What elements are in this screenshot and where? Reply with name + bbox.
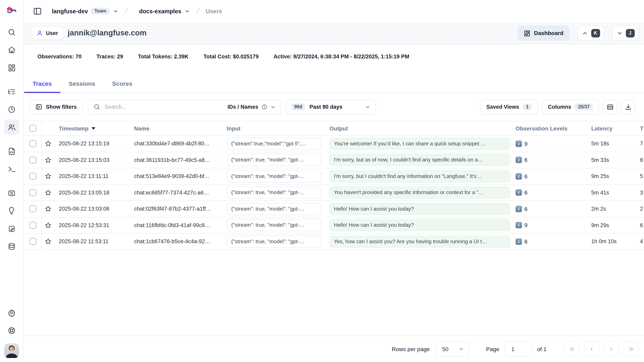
project-selector[interactable]: langfuse-dev Team [52, 8, 118, 15]
sidebar-item-support[interactable] [4, 323, 19, 338]
sidebar-item-playground[interactable] [4, 162, 19, 177]
percent-square-icon [8, 189, 16, 197]
dashboard-button[interactable]: Dashboard [518, 25, 570, 41]
select-all-checkbox[interactable] [29, 125, 36, 132]
user-header: User jannik@langfuse.com Dashboard K J [24, 22, 644, 44]
previous-page-button[interactable] [584, 341, 599, 356]
environment-selector[interactable]: docs-examples [139, 8, 190, 14]
gear-icon [8, 309, 16, 317]
page-label: Page [486, 346, 499, 352]
star-icon[interactable] [45, 222, 52, 229]
row-checkbox[interactable] [29, 189, 36, 196]
user-avatar[interactable] [4, 344, 19, 358]
home-icon [8, 46, 16, 54]
file-code-icon [8, 148, 16, 156]
stat-total-tokens: Total Tokens: 2.39K [138, 53, 188, 60]
header-timestamp[interactable]: Timestamp [54, 125, 134, 132]
header-input[interactable]: Input [227, 125, 330, 132]
sidebar-item-annotation[interactable] [4, 221, 19, 236]
row-checkbox[interactable] [29, 157, 36, 164]
project-name: langfuse-dev [52, 8, 88, 14]
observation-count: 6 [524, 206, 528, 212]
stat-traces: Traces: 29 [96, 53, 123, 60]
sidebar-toggle-icon[interactable] [32, 6, 43, 16]
first-page-button[interactable] [564, 341, 580, 356]
chevron-down-icon [365, 104, 370, 110]
star-icon[interactable] [45, 173, 52, 180]
tab-traces[interactable]: Traces [24, 80, 60, 92]
previous-item-button[interactable]: K [578, 25, 604, 41]
table-row[interactable]: 2025-08-22 13:15:03 chat:3611931b-bc77-4… [24, 152, 644, 168]
header-observation-levels[interactable]: Observation Levels [516, 125, 591, 132]
sidebar-item-insights[interactable] [4, 203, 19, 219]
show-filters-button[interactable]: Show filters [30, 99, 83, 114]
sidebar-item-settings[interactable] [4, 305, 19, 320]
filter-bar-right: Saved Views 1 Columns 25/37 [480, 99, 635, 114]
sidebar-item-sessions[interactable] [4, 102, 19, 117]
page-input[interactable] [504, 341, 532, 356]
star-icon[interactable] [45, 157, 52, 164]
star-icon[interactable] [45, 238, 52, 245]
stat-total-cost: Total Cost: $0.025179 [204, 53, 258, 60]
row-checkbox[interactable] [29, 140, 36, 147]
next-page-button[interactable] [604, 341, 619, 356]
observation-count: 6 [524, 238, 528, 245]
sidebar-item-datasets[interactable] [4, 239, 19, 254]
row-checkbox[interactable] [29, 222, 36, 229]
header-output[interactable]: Output [330, 125, 516, 132]
export-button[interactable] [621, 99, 635, 114]
sidebar-item-evaluation[interactable] [4, 186, 19, 201]
sidebar-item-tracing[interactable] [4, 84, 19, 100]
output-preview: I'm sorry, but I couldn't find any infor… [330, 170, 510, 182]
output-preview: You’re welcome! If you’d like, I can sha… [330, 138, 510, 150]
saved-views-button[interactable]: Saved Views 1 [480, 99, 538, 114]
date-range-selector[interactable]: 90d Past 90 days [286, 99, 376, 114]
table-row[interactable]: 2025-08-22 13:15:19 chat:330bd4e7-d869-4… [24, 136, 644, 152]
info-level-icon: i [516, 173, 522, 180]
name-cell: chat:1cb67476-b5ce-4c4a-92… [134, 238, 227, 244]
info-level-icon: i [516, 206, 522, 212]
chevron-down-icon [112, 8, 118, 14]
star-icon[interactable] [45, 140, 52, 147]
table-row[interactable]: 2025-08-22 13:11:11 chat:513e84e9-9039-4… [24, 168, 644, 184]
header-timestamp-label: Timestamp [59, 125, 88, 132]
info-level-icon: i [516, 157, 522, 163]
search-input[interactable] [104, 104, 224, 110]
chevrons-left-icon [569, 346, 575, 352]
download-icon [624, 103, 632, 110]
rows-per-page-label: Rows per page [392, 346, 430, 352]
sidebar-item-home[interactable] [4, 42, 19, 58]
search-scope-selector[interactable]: IDs / Names [228, 104, 276, 110]
row-checkbox[interactable] [29, 173, 36, 180]
rows-per-page-select[interactable]: 50 [435, 341, 469, 356]
header-tokens[interactable]: T [639, 125, 644, 132]
table-row[interactable]: 2025-08-22 13:05:18 chat:ec685f77-7374-4… [24, 184, 644, 201]
last-page-button[interactable] [624, 341, 639, 356]
row-checkbox[interactable] [29, 206, 36, 212]
info-level-icon: i [516, 140, 522, 147]
star-icon[interactable] [45, 206, 52, 212]
langfuse-logo-icon[interactable] [4, 2, 20, 19]
sidebar-item-prompts[interactable] [4, 144, 19, 159]
sidebar-item-dashboards[interactable] [4, 60, 19, 75]
tab-sessions[interactable]: Sessions [60, 80, 104, 92]
table-row[interactable]: 2025-08-22 12:53:31 chat:116fbfdc-0fd3-4… [24, 217, 644, 234]
breadcrumb-separator: / [196, 7, 200, 15]
users-icon [8, 123, 16, 131]
table-row[interactable]: 2025-08-22 11:53:11 chat:1cb67476-b5ce-4… [24, 234, 644, 250]
header-latency[interactable]: Latency [591, 125, 639, 132]
table-row[interactable]: 2025-08-22 13:03:08 chat:02f63f47-87b2-4… [24, 201, 644, 217]
row-checkbox[interactable] [29, 238, 36, 245]
tab-scores[interactable]: Scores [104, 80, 141, 92]
filter-bar: Show filters IDs / Names 90d Past 90 day… [24, 93, 644, 121]
sidebar-item-search[interactable] [4, 24, 19, 40]
star-icon[interactable] [45, 189, 52, 196]
header-name[interactable]: Name [134, 125, 227, 132]
columns-button[interactable]: Columns 25/37 [542, 99, 599, 114]
name-cell: chat:02f63f47-87b2-4377-a1ff… [134, 206, 227, 212]
next-item-button[interactable]: J [612, 25, 639, 41]
dashboard-grid-icon [524, 30, 530, 36]
sidebar-item-users[interactable] [4, 120, 19, 135]
row-height-button[interactable] [603, 99, 617, 114]
terminal-icon [8, 165, 16, 173]
